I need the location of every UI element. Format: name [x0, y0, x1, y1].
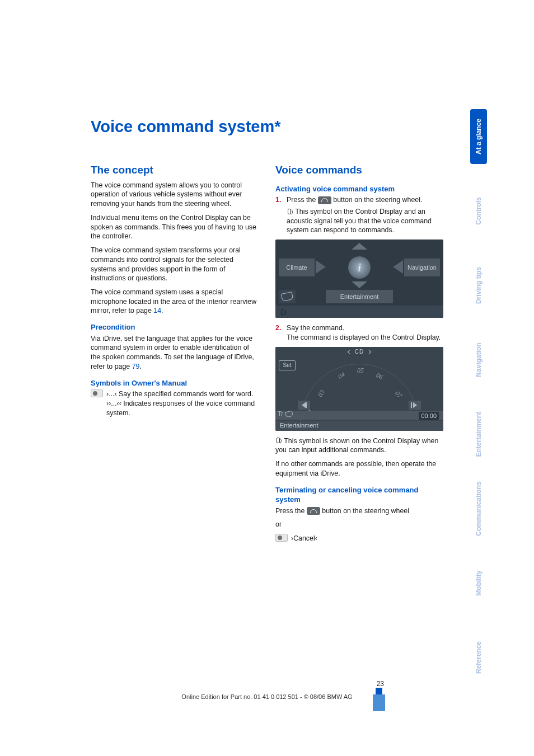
- bottom-label: Entertainment: [275, 421, 443, 431]
- tab-communications[interactable]: Communications: [470, 481, 487, 536]
- tab-at-a-glance[interactable]: At a glance: [470, 109, 487, 164]
- skip-back-icon: [298, 401, 310, 410]
- control-display-screenshot-cd: CD Set 02 03 04 05 06 07 08 Tr 00:00 Ent…: [275, 347, 443, 431]
- up-arrow-icon: [352, 243, 367, 250]
- section-tabs: At a glance Controls Driving tips Naviga…: [470, 109, 487, 685]
- para: This symbol is shown on the Control Disp…: [275, 436, 443, 455]
- cancel-command-row: ›Cancel‹: [275, 534, 443, 543]
- heading-symbols: Symbols in Owner's Manual: [91, 378, 259, 388]
- page-corner-mark: [373, 694, 385, 711]
- page: At a glance Controls Driving tips Naviga…: [0, 0, 534, 756]
- menu-navigation: Navigation: [404, 259, 440, 276]
- mic-indicator-icon: [280, 308, 287, 317]
- step-number: 1.: [275, 195, 281, 205]
- or-text: or: [275, 520, 443, 529]
- tab-navigation[interactable]: Navigation: [470, 332, 487, 387]
- tab-mobility[interactable]: Mobility: [470, 556, 487, 611]
- right-arrow-icon: [393, 260, 403, 274]
- down-arrow-icon: [352, 281, 367, 288]
- page-link-14[interactable]: 14: [153, 307, 161, 314]
- symbol-row: ›...‹ Say the specified commands word fo…: [91, 389, 259, 417]
- activation-steps: 1. Press the button on the steering whee…: [275, 195, 443, 235]
- right-column: Voice commands Activating voice command …: [275, 163, 443, 547]
- page-number: 23: [377, 680, 384, 688]
- info-center-icon: [348, 256, 371, 279]
- para: Via iDrive, set the language that applie…: [91, 334, 259, 372]
- step-2: 2. Say the command. The command is displ…: [275, 323, 443, 342]
- track-label: Tr: [278, 410, 293, 418]
- elapsed-time: 00:00: [419, 412, 439, 420]
- control-display-screenshot-menu: Climate Navigation Entertainment: [275, 240, 443, 318]
- para: The voice command system allows you to c…: [91, 181, 259, 209]
- page-link-79[interactable]: 79: [132, 363, 140, 370]
- heading-voice-commands: Voice commands: [275, 163, 443, 177]
- step-1: 1. Press the button on the steering whee…: [275, 195, 443, 235]
- set-button: Set: [279, 360, 296, 370]
- heading-precondition: Precondition: [91, 322, 259, 332]
- heading-the-concept: The concept: [91, 163, 259, 177]
- cd-topbar: CD: [275, 347, 443, 357]
- voice-button-icon: [318, 196, 331, 204]
- tab-entertainment[interactable]: Entertainment: [470, 407, 487, 462]
- para: If no other commands are possible, then …: [275, 459, 443, 478]
- voice-button-icon: [307, 507, 320, 515]
- para: The voice command system uses a special …: [91, 288, 259, 316]
- tab-reference[interactable]: Reference: [470, 630, 487, 685]
- left-column: The concept The voice command system all…: [91, 163, 259, 547]
- two-columns: The concept The voice command system all…: [91, 163, 486, 547]
- track-num: 04: [336, 370, 346, 381]
- track-num: 07: [393, 389, 404, 400]
- step-number: 2.: [275, 323, 281, 333]
- left-arrow-icon: [316, 260, 326, 274]
- tab-driving-tips[interactable]: Driving tips: [470, 258, 487, 313]
- track-num: 03: [316, 388, 327, 398]
- track-num-current: 05: [357, 366, 364, 375]
- activation-steps-2: 2. Say the command. The command is displ…: [275, 323, 443, 342]
- para: The voice command system transforms your…: [91, 246, 259, 283]
- menu-entertainment: Entertainment: [326, 290, 393, 303]
- para: Individual menu items on the Control Dis…: [91, 213, 259, 241]
- track-num: 06: [374, 370, 385, 382]
- menu-climate: Climate: [279, 259, 315, 276]
- listening-icon: [287, 209, 293, 215]
- phone-icon: [285, 411, 293, 417]
- symbol-text: ››...‹‹ Indicates responses of the voice…: [106, 399, 259, 417]
- footer-line: Online Edition for Part no. 01 41 0 012 …: [0, 693, 534, 700]
- page-title: Voice command system*: [91, 118, 486, 136]
- cancel-command: ›Cancel‹: [291, 534, 317, 543]
- phone-icon: [279, 290, 296, 303]
- voice-command-icon: [275, 534, 288, 542]
- para: Press the button on the steering wheel: [275, 506, 443, 516]
- heading-activating: Activating voice command system: [275, 184, 443, 194]
- heading-terminating: Terminating or canceling voice command s…: [275, 485, 443, 505]
- voice-command-icon: [91, 389, 103, 397]
- symbol-text: ›...‹ Say the specified commands word fo…: [106, 389, 259, 399]
- tab-controls[interactable]: Controls: [470, 184, 487, 238]
- skip-forward-icon: [409, 401, 421, 410]
- listening-icon: [275, 438, 282, 444]
